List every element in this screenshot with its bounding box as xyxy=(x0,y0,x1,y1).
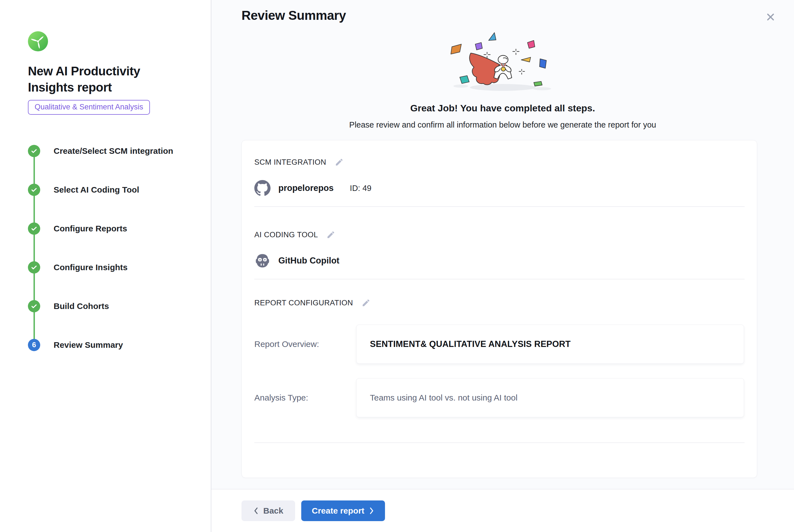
analysis-type-value-box: Teams using AI tool vs. not using AI too… xyxy=(356,378,744,417)
propeller-logo xyxy=(28,31,48,51)
wizard-footer: Back Create report xyxy=(211,489,794,532)
celebration-illustration xyxy=(437,25,568,99)
chevron-left-icon xyxy=(253,507,259,515)
ai-coding-tool-name: GitHub Copilot xyxy=(278,256,340,266)
check-icon xyxy=(28,223,40,235)
congrats-subheading: Please review and confirm all informatio… xyxy=(211,120,794,130)
step-review-summary[interactable]: 6 Review Summary xyxy=(28,339,194,351)
github-icon xyxy=(254,180,270,196)
back-button-label: Back xyxy=(263,506,283,515)
check-icon xyxy=(28,184,40,196)
edit-scm-icon[interactable] xyxy=(335,158,344,167)
edit-report-config-icon[interactable] xyxy=(362,298,371,307)
congrats-heading: Great Job! You have completed all steps. xyxy=(211,103,794,114)
ai-coding-tool-section: AI CODING TOOL xyxy=(254,230,744,279)
report-configuration-label: REPORT CONFIGURATION xyxy=(254,299,353,307)
stepper-connector xyxy=(34,151,35,345)
step-select-ai-coding-tool[interactable]: Select AI Coding Tool xyxy=(28,184,194,196)
wizard-title: New AI Productivity Insights report xyxy=(28,63,184,95)
panel-content: Review Summary xyxy=(211,0,794,489)
step-label: Create/Select SCM integration xyxy=(54,146,173,156)
report-overview-value: SENTIMENT& QUALITATIVE ANALYSIS REPORT xyxy=(370,339,571,349)
page-title: Review Summary xyxy=(242,8,794,23)
step-create-select-scm[interactable]: Create/Select SCM integration xyxy=(28,145,194,157)
analysis-type-label: Analysis Type: xyxy=(254,393,356,402)
step-label: Configure Reports xyxy=(54,224,127,233)
analysis-type-row: Analysis Type: Teams using AI tool vs. n… xyxy=(254,378,744,417)
analysis-type-value: Teams using AI tool vs. not using AI too… xyxy=(370,393,517,402)
report-overview-row: Report Overview: SENTIMENT& QUALITATIVE … xyxy=(254,325,744,364)
scm-integration-section: SCM INTEGRATION propelorepos ID: 49 xyxy=(254,158,744,207)
create-report-button-label: Create report xyxy=(312,506,364,515)
step-configure-reports[interactable]: Configure Reports xyxy=(28,223,194,235)
copilot-icon xyxy=(254,253,270,269)
chevron-right-icon xyxy=(369,507,374,515)
back-button[interactable]: Back xyxy=(242,500,295,521)
report-overview-label: Report Overview: xyxy=(254,339,356,349)
report-overview-value-box: SENTIMENT& QUALITATIVE ANALYSIS REPORT xyxy=(356,325,744,364)
report-configuration-section: REPORT CONFIGURATION Report Overview: SE… xyxy=(254,298,744,443)
step-build-cohorts[interactable]: Build Cohorts xyxy=(28,300,194,312)
app-root: New AI Productivity Insights report Qual… xyxy=(0,0,794,532)
section-divider xyxy=(254,442,744,443)
edit-ai-tool-icon[interactable] xyxy=(326,230,335,239)
wizard-stepper: Create/Select SCM integration Select AI … xyxy=(28,145,194,351)
close-icon[interactable] xyxy=(763,10,778,25)
wizard-sidebar: New AI Productivity Insights report Qual… xyxy=(0,0,211,532)
scm-integration-label: SCM INTEGRATION xyxy=(254,158,326,167)
check-icon xyxy=(28,300,40,312)
step-configure-insights[interactable]: Configure Insights xyxy=(28,261,194,273)
section-divider xyxy=(254,206,744,207)
scm-integration-name: propelorepos xyxy=(278,183,334,193)
step-label: Review Summary xyxy=(54,340,123,350)
congrats-section: Great Job! You have completed all steps.… xyxy=(211,25,794,130)
check-icon xyxy=(28,261,40,273)
panel-header: Review Summary xyxy=(211,0,794,23)
scm-integration-id: ID: 49 xyxy=(350,184,371,193)
section-divider xyxy=(254,279,744,279)
check-icon xyxy=(28,145,40,157)
step-label: Build Cohorts xyxy=(54,301,109,311)
report-type-badge: Qualitative & Sentiment Analysis xyxy=(28,100,150,114)
step-label: Select AI Coding Tool xyxy=(54,185,139,194)
step-label: Configure Insights xyxy=(54,263,128,272)
review-summary-panel: Review Summary xyxy=(211,0,794,532)
step-number-badge: 6 xyxy=(28,339,40,351)
ai-coding-tool-label: AI CODING TOOL xyxy=(254,231,318,239)
review-summary-card: SCM INTEGRATION propelorepos ID: 49 xyxy=(242,140,757,478)
create-report-button[interactable]: Create report xyxy=(301,500,385,521)
